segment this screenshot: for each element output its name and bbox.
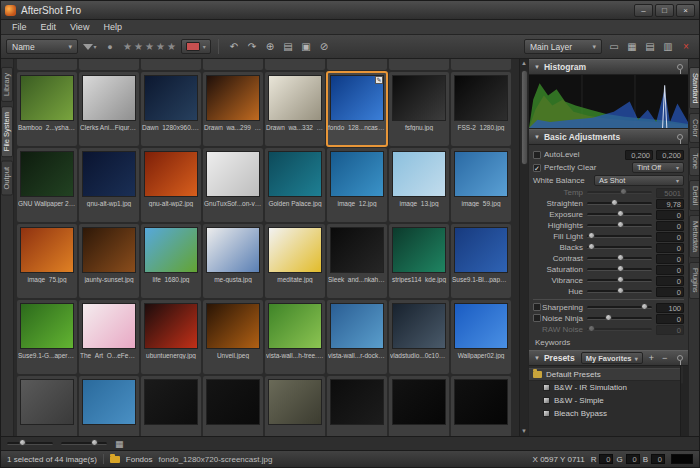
slider-thumb[interactable] <box>617 210 624 217</box>
monitor-icon[interactable]: ▭ <box>606 39 622 55</box>
scroll-up-icon[interactable]: ▲ <box>521 59 527 68</box>
add-preset-button[interactable]: + <box>647 353 656 363</box>
thumbnail[interactable]: image_59.jpg <box>451 148 511 222</box>
sidebar-tab-library[interactable]: Library <box>1 67 13 102</box>
panel-tab-detail[interactable]: Detail <box>689 180 700 211</box>
contrast-slider[interactable] <box>587 257 652 260</box>
thumbnail[interactable]: ✎fondo_128...ncast.jpg <box>327 72 387 146</box>
thumbnail[interactable] <box>79 376 139 436</box>
preset-item-bleach-bypass[interactable]: Bleach Bypass <box>529 407 680 420</box>
thumbnail[interactable]: Unveil.jpeg <box>203 300 263 374</box>
thumbnail[interactable]: FSS-2_1280.jpg <box>451 72 511 146</box>
noise-ninja-slider[interactable] <box>587 317 652 320</box>
noise-ninja-checkbox[interactable] <box>533 314 541 322</box>
close-button[interactable]: × <box>676 4 695 17</box>
color-label-swatch[interactable]: ▾ <box>181 39 211 54</box>
thumbnail[interactable] <box>203 376 263 436</box>
layer-dropdown[interactable]: Main Layer ▾ <box>524 39 602 54</box>
star-icon[interactable]: ★ <box>155 41 166 52</box>
sidebar-tab-output[interactable]: Output <box>1 161 13 196</box>
keywords-label[interactable]: Keywords <box>533 335 684 348</box>
saturation-slider[interactable] <box>587 268 652 271</box>
thumbnail-size-slider[interactable] <box>7 442 53 445</box>
pin-icon[interactable] <box>677 64 683 70</box>
capture-icon[interactable]: ▣ <box>298 39 314 55</box>
star-icon[interactable]: ★ <box>122 41 133 52</box>
thumbnail[interactable]: .jpg <box>265 59 325 70</box>
panel-tab-metadata[interactable]: Metadata <box>689 215 700 258</box>
vibrance-slider[interactable] <box>587 279 652 282</box>
thumbnail[interactable]: .jpg <box>79 59 139 70</box>
thumbnail[interactable]: me-gusta.jpg <box>203 224 263 298</box>
reject-icon[interactable]: ⊘ <box>316 39 332 55</box>
thumbnail[interactable]: image_75.jpg <box>17 224 77 298</box>
thumbnail[interactable]: vista-wall...h-tree.jpg <box>265 300 325 374</box>
autolevel-checkbox[interactable] <box>533 151 541 159</box>
thumbnail[interactable]: Suse9.1-G...apers.jpg <box>17 300 77 374</box>
filter-button[interactable]: ▾ <box>82 39 98 55</box>
panel-tab-color[interactable]: Color <box>689 113 700 143</box>
list-view-icon[interactable]: ▤ <box>642 39 658 55</box>
slider-thumb[interactable] <box>641 303 648 310</box>
slider-thumb[interactable] <box>91 439 98 446</box>
clear-rating-button[interactable]: ● <box>102 39 118 55</box>
thumbnail[interactable]: .jpg <box>141 59 201 70</box>
star-icon[interactable]: ★ <box>133 41 144 52</box>
grid-layout-icon[interactable]: ▦ <box>115 439 124 449</box>
white-balance-dropdown[interactable]: As Shot ▾ <box>594 175 684 186</box>
star-icon[interactable]: ★ <box>166 41 177 52</box>
exposure-slider[interactable] <box>587 213 652 216</box>
thumbnail[interactable] <box>451 376 511 436</box>
thumbnail[interactable] <box>265 376 325 436</box>
slider-thumb[interactable] <box>19 439 26 446</box>
menu-view[interactable]: View <box>63 22 96 32</box>
sharpening-slider[interactable] <box>587 306 652 309</box>
thumbnail[interactable]: .jpg <box>451 59 511 70</box>
thumbnail[interactable]: .jpg <box>17 59 77 70</box>
thumbnail[interactable]: Sleek_and...nkahn.jpg <box>327 224 387 298</box>
thumbnail[interactable]: fsfgnu.jpg <box>389 72 449 146</box>
tint-dropdown[interactable]: Tint Off ▾ <box>632 162 684 173</box>
highlights-slider[interactable] <box>587 224 652 227</box>
thumbnail[interactable] <box>389 376 449 436</box>
panel-tab-standard[interactable]: Standard <box>689 67 700 109</box>
slider-thumb[interactable] <box>611 199 618 206</box>
straighten-slider[interactable] <box>587 202 652 205</box>
thumbnail[interactable]: Drawn_wa...299_.jpg <box>203 72 263 146</box>
thumbnail[interactable]: Clerks Ani...Figure.jpg <box>79 72 139 146</box>
autolevel-value-2[interactable]: 0,200 <box>656 150 684 160</box>
star-icon[interactable]: ★ <box>144 41 155 52</box>
preset-item-b-w-simple[interactable]: B&W - Simple <box>529 394 680 407</box>
thumbnail[interactable]: gnu-alt-wp2.jpg <box>141 148 201 222</box>
thumbnail[interactable]: vladstudio...0c1024.jpg <box>389 300 449 374</box>
thumbnail[interactable]: image_13.jpg <box>389 148 449 222</box>
thumbnail[interactable]: ubuntuenergy.jpg <box>141 300 201 374</box>
pin-icon[interactable] <box>677 134 683 140</box>
rotate-right-icon[interactable]: ↷ <box>244 39 260 55</box>
slideshow-icon[interactable]: ▤ <box>280 39 296 55</box>
fill-light-slider[interactable] <box>587 235 652 238</box>
menu-edit[interactable]: Edit <box>34 22 64 32</box>
thumbnail[interactable]: .jpg <box>203 59 263 70</box>
current-folder[interactable]: Fondos <box>126 455 153 464</box>
thumbnail[interactable]: Golden Palace.jpg <box>265 148 325 222</box>
scroll-down-icon[interactable]: ▼ <box>521 427 527 436</box>
close-view-icon[interactable]: × <box>678 39 694 55</box>
histogram-header[interactable]: ▼ Histogram <box>529 59 688 75</box>
slider-thumb[interactable] <box>605 314 612 321</box>
thumbnail[interactable]: Dawn_1280x960.jpg <box>141 72 201 146</box>
thumbnail[interactable]: gnu-alt-wp1.jpg <box>79 148 139 222</box>
thumbnail[interactable]: Suse9.1-Bl...papers.jpg <box>451 224 511 298</box>
thumbnail[interactable]: Wallpaper02.jpg <box>451 300 511 374</box>
thumbnail[interactable]: Drawn_wa...332_.jpg <box>265 72 325 146</box>
thumbnail[interactable]: life_1680.jpg <box>141 224 201 298</box>
slider-thumb[interactable] <box>617 254 624 261</box>
magnify-icon[interactable]: ⊕ <box>262 39 278 55</box>
sidebar-tab-file-system[interactable]: File System <box>1 106 13 157</box>
slider-thumb[interactable] <box>617 265 624 272</box>
thumbnail[interactable]: GNU Wallpaper 2.jpg <box>17 148 77 222</box>
thumbnail[interactable] <box>141 376 201 436</box>
presets-header[interactable]: ▼ Presets My Favorites ▾ + − <box>529 350 688 366</box>
thumbnail[interactable]: .jpg <box>389 59 449 70</box>
slider-thumb[interactable] <box>620 188 627 195</box>
